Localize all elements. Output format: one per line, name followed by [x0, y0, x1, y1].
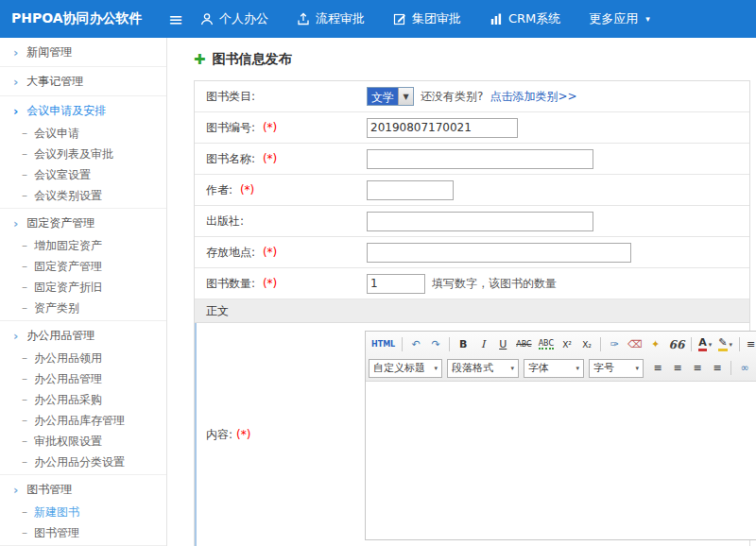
font-size-select[interactable]: 字号▾ [589, 359, 644, 378]
custom-heading-select[interactable]: 自定义标题▾ [369, 359, 442, 378]
select-dropdown-arrow-icon: ▼ [398, 88, 413, 105]
field-label: 存放地点: (*) [195, 245, 365, 261]
toolbar-separator [402, 337, 403, 351]
chevron-right-icon: › [13, 329, 18, 343]
blockquote-button[interactable]: 66 [666, 335, 688, 354]
align-justify-button[interactable]: ≡ [708, 359, 727, 378]
sidebar-item-approval-permission-settings[interactable]: – 审批权限设置 [0, 431, 166, 452]
sidebar-item-label: 大事记管理 [26, 74, 83, 90]
sidebar-item-book-manage[interactable]: – 图书管理 [0, 522, 166, 543]
sidebar-item-label: 新建图书 [34, 504, 79, 520]
required-mark: (*) [263, 277, 277, 290]
sidebar-item-supplies-purchase[interactable]: – 办公用品采购 [0, 389, 166, 410]
italic-button[interactable]: I [473, 335, 492, 354]
hamburger-menu-icon[interactable]: ≡ [168, 10, 183, 28]
label-text: 图书数量: [206, 277, 255, 290]
sidebar-item-label: 会议申请及安排 [26, 103, 106, 119]
sidebar-item-supplies-manage[interactable]: – 办公用品管理 [0, 368, 166, 389]
nav-label: CRM系统 [508, 10, 560, 27]
sidebar-item-fixed-asset-manage[interactable]: – 固定资产管理 [0, 256, 166, 277]
remove-format-button[interactable]: ✦ [646, 335, 665, 354]
sidebar-item-new-book[interactable]: – 新建图书 [0, 502, 166, 522]
label-text: 存放地点: [206, 246, 255, 259]
subscript-button[interactable]: X₂ [577, 335, 596, 354]
superscript-button[interactable]: X² [558, 335, 576, 354]
insert-link-button[interactable]: ∞ [735, 359, 754, 378]
underline-button[interactable]: U [493, 335, 512, 354]
publisher-input[interactable] [367, 212, 593, 231]
link-icon: ∞ [740, 362, 748, 374]
align-left-icon: ≡ [653, 362, 662, 374]
author-input[interactable] [367, 180, 454, 200]
sidebar-item-label: 会议列表及审批 [34, 146, 113, 162]
eraser-button[interactable]: ⌫ [625, 335, 645, 354]
rich-text-editor: HTML ↶ ↷ B I U ABC ABC X² [365, 331, 756, 540]
nav-crm-system[interactable]: CRM系统 [490, 10, 560, 27]
align-right-button[interactable]: ≡ [688, 359, 707, 378]
font-family-select[interactable]: 字体▾ [524, 359, 584, 378]
nav-personal-office[interactable]: 个人办公 [200, 10, 268, 27]
sidebar-item-fixed-assets-management[interactable]: › 固定资产管理 [0, 211, 166, 235]
sidebar-item-fixed-asset-depreciation[interactable]: – 固定资产折旧 [0, 277, 166, 298]
form-row-category: 图书类目: 文学 ▼ 还没有类别? 点击添加类别>> [195, 81, 749, 112]
sidebar-item-add-fixed-asset[interactable]: – 增加固定资产 [0, 235, 166, 256]
chevron-right-icon: › [13, 45, 18, 60]
sidebar-item-meeting-apply[interactable]: – 会议申请 [0, 123, 166, 144]
field-label: 出版社: [195, 213, 365, 230]
align-center-button[interactable]: ≡ [668, 359, 687, 378]
nav-more-apps[interactable]: 更多应用 ▾ [589, 10, 650, 27]
sidebar-group-books: › 图书管理 – 新建图书 – 图书管理 [0, 475, 166, 546]
book-name-input[interactable] [367, 149, 593, 169]
html-source-button[interactable]: HTML [369, 335, 398, 354]
sidebar-item-events-management[interactable]: › 大事记管理 [0, 69, 166, 94]
quantity-input[interactable] [367, 274, 425, 294]
editor-content-area[interactable] [366, 382, 756, 539]
sidebar-item-supplies-claim[interactable]: – 办公用品领用 [0, 348, 166, 368]
sidebar-item-office-supplies-management[interactable]: › 办公用品管理 [0, 323, 166, 348]
sidebar-item-label: 会议类别设置 [34, 188, 102, 204]
nav-group-approval[interactable]: 集团审批 [393, 10, 461, 27]
sidebar-item-label: 办公用品库存管理 [34, 413, 125, 429]
nav-flow-approval[interactable]: 流程审批 [297, 10, 365, 27]
paragraph-format-select[interactable]: 段落格式▾ [447, 359, 519, 378]
form-row-content: 内容: (*) HTML ↶ ↷ B [195, 323, 749, 546]
font-color-button[interactable]: A▾ [696, 335, 714, 354]
sidebar-item-label: 固定资产管理 [34, 259, 102, 275]
undo-button[interactable]: ↶ [406, 335, 425, 354]
quantity-hint: 填写数字，该图书的数量 [432, 276, 557, 292]
html-source-icon: HTML [371, 340, 395, 349]
field-label: 图书编号: (*) [195, 120, 365, 136]
dash-icon: – [22, 526, 27, 539]
bold-button[interactable]: B [454, 335, 472, 354]
dash-icon: – [22, 281, 27, 294]
strikethrough-button[interactable]: ABC [513, 335, 534, 354]
sidebar-item-asset-category[interactable]: – 资产类别 [0, 298, 166, 318]
sidebar-item-meeting-room-settings[interactable]: – 会议室设置 [0, 164, 166, 185]
sidebar: › 新闻管理 › 大事记管理 › 会议申请及安排 – 会议申请 – 会议列表及审… [0, 38, 167, 546]
sidebar-item-label: 资产类别 [34, 300, 79, 316]
sidebar-item-meeting-list-approval[interactable]: – 会议列表及审批 [0, 144, 166, 164]
spellcheck-button[interactable]: ABC [536, 335, 557, 354]
sidebar-item-supplies-classification-settings[interactable]: – 办公用品分类设置 [0, 452, 166, 472]
format-painter-button[interactable]: ✑ [605, 335, 624, 354]
align-left-button[interactable]: ≡ [648, 359, 667, 378]
main-content: ✚ 图书信息发布 图书类目: 文学 ▼ 还没有类别? 点击添加类别>> [167, 38, 756, 546]
location-input[interactable] [367, 243, 631, 263]
background-color-button[interactable]: ✎▾ [715, 335, 735, 354]
sidebar-item-news-management[interactable]: › 新闻管理 [0, 40, 166, 64]
sidebar-item-supplies-inventory[interactable]: – 办公用品库存管理 [0, 410, 166, 431]
form-row-location: 存放地点: (*) [195, 237, 749, 268]
book-category-select[interactable]: 文学 ▼ [367, 87, 414, 106]
sidebar-item-meeting-category-settings[interactable]: – 会议类别设置 [0, 185, 166, 206]
redo-button[interactable]: ↷ [426, 335, 445, 354]
book-code-input[interactable] [367, 118, 518, 138]
section-label: 正文 [206, 303, 229, 319]
compose-icon [393, 12, 406, 26]
select-label: 段落格式 [452, 361, 493, 375]
sidebar-item-book-management[interactable]: › 图书管理 [0, 477, 166, 502]
add-category-link[interactable]: 点击添加类别>> [490, 89, 576, 105]
sidebar-item-meeting-management[interactable]: › 会议申请及安排 [0, 98, 166, 123]
font-color-icon: A [698, 337, 707, 351]
superscript-icon: X² [562, 340, 572, 350]
ordered-list-button[interactable]: ≡▾ [744, 335, 756, 354]
